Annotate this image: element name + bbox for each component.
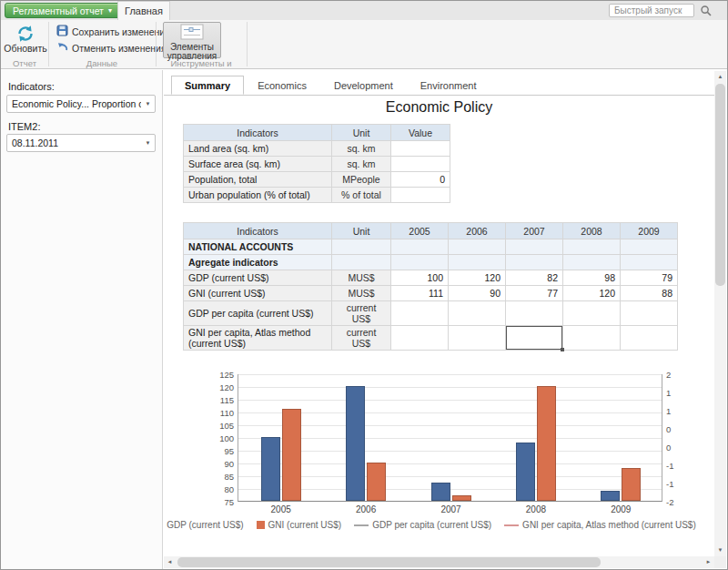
caret-down-icon[interactable]: ▼	[141, 101, 155, 107]
gridline	[238, 489, 662, 490]
unit-cell: % of total	[332, 188, 391, 203]
legend-label: GDP (current US$)	[167, 520, 243, 530]
caret-down-icon[interactable]: ▼	[141, 140, 155, 146]
indicators-combobox[interactable]: Economic Policy... Proportion of s... (1…	[6, 95, 156, 113]
data-cell[interactable]: 79	[621, 270, 678, 286]
selected-cell[interactable]	[506, 326, 563, 351]
legend-marker	[504, 524, 519, 526]
column-header: Indicators	[184, 125, 332, 141]
horizontal-scrollbar[interactable]: ◄ ►	[164, 556, 714, 568]
bar-gdp-2005	[261, 437, 280, 501]
legend-item: GDP per capita (current US$)	[354, 520, 491, 530]
legend-item: GDP (current US$)	[164, 520, 244, 530]
undo-changes-label: Отменить изменения	[72, 43, 167, 54]
bar-gni-2007	[452, 495, 471, 501]
selection-handle[interactable]	[561, 348, 564, 351]
data-cell[interactable]: 120	[449, 270, 506, 286]
data-cell[interactable]: 100	[391, 270, 449, 286]
data-cell[interactable]	[621, 326, 678, 351]
y-axis-tick: 80	[208, 484, 234, 494]
value-cell[interactable]	[391, 157, 450, 172]
scroll-down-button[interactable]: ▼	[714, 545, 726, 556]
undo-arrow-icon	[56, 41, 68, 55]
data-cell[interactable]: 88	[621, 286, 678, 301]
y-axis-tick: 85	[208, 472, 234, 482]
data-cell[interactable]: 90	[449, 286, 506, 301]
y-axis-tick: 105	[208, 421, 234, 431]
secondary-y-axis-tick: 2	[666, 370, 671, 380]
tab-summary[interactable]: Summary	[171, 76, 244, 95]
bar-gni-2006	[367, 463, 386, 501]
report-menu-button[interactable]: Регламентный отчет ▾	[5, 3, 120, 18]
data-cell[interactable]	[391, 326, 449, 351]
horizontal-scrollbar-thumb[interactable]	[177, 557, 601, 567]
data-cell[interactable]	[563, 301, 621, 326]
bar-gni-2008	[537, 386, 556, 501]
column-header: 2008	[563, 223, 621, 239]
tab-environment[interactable]: Environment	[407, 76, 490, 95]
table-row: Population, totalMPeople0	[184, 172, 450, 188]
controls-button[interactable]: Элементы управления	[163, 22, 221, 58]
indicator-cell: GDP per capita (current US$)	[184, 301, 332, 326]
ribbon-tab-home[interactable]: Главная	[117, 1, 170, 20]
ribbon-body: Обновить Сохранить изменения	[1, 20, 727, 58]
item2-combobox[interactable]: 08.11.2011 ▼	[6, 134, 156, 152]
unit-cell: current US$	[332, 301, 391, 326]
y-axis-tick: 75	[208, 497, 234, 507]
data-cell[interactable]	[449, 326, 506, 351]
magnifier-icon[interactable]	[700, 5, 713, 17]
report-menu-label: Регламентный отчет	[13, 5, 104, 16]
data-cell[interactable]	[506, 301, 563, 326]
table-row: Land area (sq. km)sq. km	[184, 141, 450, 157]
undo-changes-button[interactable]: Отменить изменения	[54, 40, 169, 56]
data-cell[interactable]: 120	[563, 286, 621, 301]
table-row: GNI (current US$)MUS$111907712088	[184, 286, 678, 301]
indicator-cell: Population, total	[184, 172, 332, 188]
column-header: Unit	[332, 223, 391, 239]
gridline	[238, 451, 662, 452]
tab-strip: SummaryEconomicsDevelopmentEnvironment	[164, 76, 714, 96]
unit-cell	[332, 255, 391, 270]
ribbon: Регламентный отчет ▾ Главная	[1, 1, 727, 69]
column-header: 2005	[391, 223, 449, 239]
gridline	[238, 400, 662, 401]
column-header: 2007	[506, 223, 563, 239]
tab-development[interactable]: Development	[320, 76, 407, 95]
data-cell[interactable]: 98	[563, 270, 621, 286]
refresh-icon	[4, 23, 47, 43]
value-cell[interactable]	[391, 188, 450, 203]
data-cell	[621, 239, 678, 255]
quick-search-input[interactable]	[609, 4, 694, 17]
data-cell[interactable]	[563, 326, 621, 351]
ribbon-tab-row: Регламентный отчет ▾ Главная	[1, 1, 727, 20]
caret-down-icon: ▾	[108, 7, 112, 15]
data-cell[interactable]	[449, 301, 506, 326]
gridline	[238, 425, 662, 426]
data-cell[interactable]	[621, 301, 678, 326]
unit-cell: MPeople	[332, 172, 391, 188]
scroll-left-button[interactable]: ◄	[164, 556, 176, 568]
indicator-cell: GNI per capita, Atlas method (current US…	[184, 326, 332, 351]
data-cell	[563, 239, 621, 255]
value-cell[interactable]	[391, 141, 450, 157]
indicator-cell: GDP (current US$)	[184, 270, 332, 286]
tab-economics[interactable]: Economics	[244, 76, 320, 95]
vertical-scrollbar-thumb[interactable]	[715, 84, 725, 286]
data-cell[interactable]: 77	[506, 286, 563, 301]
data-cell[interactable]	[391, 301, 449, 326]
scroll-right-button[interactable]: ►	[703, 556, 714, 568]
column-header: Value	[391, 125, 450, 141]
indicators-years-table: IndicatorsUnit20052006200720082009NATION…	[183, 222, 678, 351]
data-cell	[449, 255, 506, 270]
scroll-up-button[interactable]: ▲	[714, 71, 726, 83]
data-cell[interactable]: 82	[506, 270, 563, 286]
indicator-cell: GNI (current US$)	[184, 286, 332, 301]
data-cell	[563, 255, 621, 270]
refresh-button[interactable]: Обновить	[3, 22, 48, 58]
bar-gdp-2009	[601, 491, 620, 501]
data-cell	[506, 255, 563, 270]
data-cell[interactable]: 111	[391, 286, 449, 301]
legend-item: GNI per capita, Atlas method (current US…	[504, 520, 696, 530]
value-cell[interactable]: 0	[391, 172, 450, 188]
vertical-scrollbar[interactable]: ▲ ▼	[714, 71, 726, 556]
